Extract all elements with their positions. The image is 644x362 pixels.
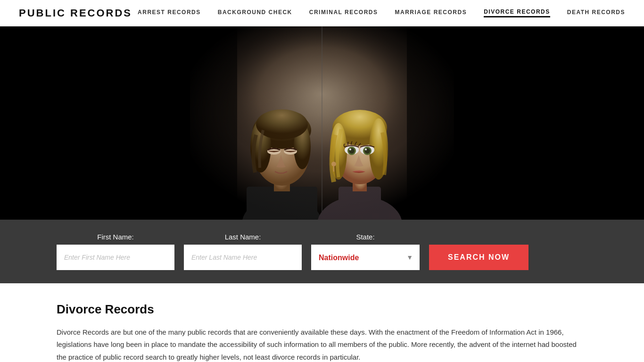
content-paragraph-1: Divorce Records are but one of the many …	[57, 326, 587, 362]
last-name-label: Last Name:	[184, 233, 302, 241]
site-header: PUBLIC RECORDS ARREST RECORDS BACKGROUND…	[0, 0, 644, 26]
nav-background-check[interactable]: BACKGROUND CHECK	[218, 9, 292, 17]
state-select[interactable]: Nationwide Alabama Alaska Arizona Califo…	[311, 245, 420, 270]
state-field: State: Nationwide Alabama Alaska Arizona…	[311, 233, 420, 270]
nav-divorce-records[interactable]: DIVORCE RECORDS	[484, 8, 550, 17]
search-section: First Name: Last Name: State: Nationwide…	[0, 220, 644, 283]
nav-death-records[interactable]: DEATH RECORDS	[567, 9, 625, 17]
site-logo[interactable]: PUBLIC RECORDS	[19, 7, 132, 19]
last-name-field: Last Name:	[184, 233, 302, 270]
last-name-input[interactable]	[184, 245, 302, 270]
nav-criminal-records[interactable]: CRIMINAL RECORDS	[309, 9, 378, 17]
state-label: State:	[311, 233, 420, 241]
hero-section	[0, 26, 644, 220]
first-name-input[interactable]	[57, 245, 174, 270]
search-now-button[interactable]: SEARCH NOW	[429, 245, 528, 270]
main-nav: ARREST RECORDS BACKGROUND CHECK CRIMINAL…	[138, 8, 625, 17]
hero-image	[190, 26, 454, 220]
nav-marriage-records[interactable]: MARRIAGE RECORDS	[395, 9, 467, 17]
svg-rect-31	[190, 26, 454, 220]
nav-arrest-records[interactable]: ARREST RECORDS	[138, 9, 201, 17]
content-title: Divorce Records	[57, 302, 587, 317]
main-content: Divorce Records Divorce Records are but …	[0, 283, 644, 362]
first-name-field: First Name:	[57, 233, 174, 270]
state-select-wrapper: Nationwide Alabama Alaska Arizona Califo…	[311, 245, 420, 270]
first-name-label: First Name:	[57, 233, 174, 241]
